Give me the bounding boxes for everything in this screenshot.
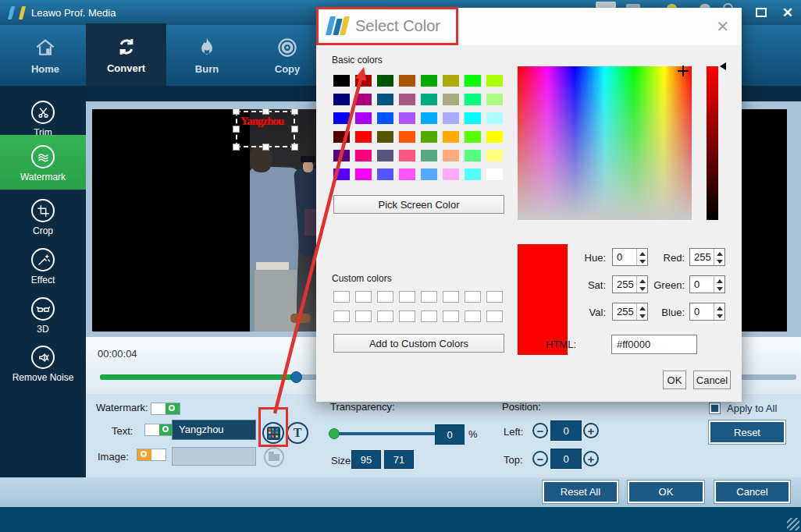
tab-convert[interactable]: Convert	[86, 23, 166, 86]
basic-color-swatch[interactable]	[355, 94, 372, 105]
red-spinbox[interactable]: 255	[689, 248, 725, 266]
watermark-toggle[interactable]	[151, 403, 180, 415]
resize-handle[interactable]	[291, 144, 298, 151]
basic-color-swatch[interactable]	[421, 150, 437, 161]
top-decrement-icon[interactable]: −	[532, 451, 548, 466]
tab-copy[interactable]: Copy	[248, 25, 326, 86]
custom-color-swatch[interactable]	[421, 291, 437, 303]
resize-grip[interactable]	[787, 518, 799, 530]
left-decrement-icon[interactable]: −	[532, 423, 548, 438]
browse-image-button[interactable]	[264, 447, 284, 467]
custom-color-swatch[interactable]	[377, 291, 393, 303]
basic-color-swatch[interactable]	[486, 94, 503, 105]
basic-color-swatch[interactable]	[399, 94, 415, 105]
text-toggle[interactable]	[144, 424, 174, 436]
reset-all-button[interactable]: Reset All	[543, 481, 618, 503]
basic-color-swatch[interactable]	[486, 168, 503, 180]
reset-button[interactable]: Reset	[709, 420, 785, 444]
custom-color-swatch[interactable]	[333, 310, 350, 322]
watermark-selection-box[interactable]: Yangzhou	[236, 111, 295, 147]
image-toggle[interactable]	[137, 449, 166, 461]
basic-color-swatch[interactable]	[333, 150, 350, 161]
dialog-cancel-button[interactable]: Cancel	[693, 371, 731, 389]
resize-handle[interactable]	[233, 109, 240, 115]
custom-color-swatch[interactable]	[443, 291, 459, 303]
text-font-button[interactable]: T	[287, 422, 308, 444]
resize-handle[interactable]	[262, 109, 269, 115]
dialog-close-icon[interactable]: ✕	[716, 17, 729, 36]
maximize-button-icon[interactable]	[756, 8, 767, 17]
watermark-text-input[interactable]: Yangzhou	[172, 420, 256, 440]
sidebar-item-crop[interactable]: Crop	[0, 193, 86, 237]
basic-color-swatch[interactable]	[421, 112, 437, 124]
green-spinbox[interactable]: 0	[689, 275, 725, 293]
tab-home[interactable]: Home	[6, 25, 84, 86]
basic-color-swatch[interactable]	[486, 150, 503, 161]
html-color-input[interactable]: #ff0000	[611, 335, 697, 354]
transparency-slider-knob[interactable]	[329, 428, 340, 439]
basic-color-swatch[interactable]	[421, 168, 437, 180]
basic-color-swatch[interactable]	[333, 131, 350, 143]
seek-bar-handle[interactable]	[290, 371, 302, 383]
basic-color-swatch[interactable]	[355, 75, 372, 87]
basic-color-swatch[interactable]	[486, 75, 503, 87]
basic-color-swatch[interactable]	[443, 131, 459, 143]
basic-color-swatch[interactable]	[355, 112, 372, 124]
basic-color-swatch[interactable]	[399, 131, 415, 143]
basic-color-swatch[interactable]	[333, 112, 350, 124]
sidebar-item-3d[interactable]: 3D	[0, 292, 86, 335]
basic-color-swatch[interactable]	[421, 131, 437, 143]
apply-to-all-checkbox[interactable]	[709, 403, 721, 414]
value-slider[interactable]	[707, 66, 718, 220]
hue-saturation-picker[interactable]	[518, 66, 692, 220]
custom-color-swatch[interactable]	[355, 291, 372, 303]
dialog-ok-button[interactable]: OK	[663, 371, 686, 389]
resize-handle[interactable]	[233, 126, 240, 133]
watermark-overlay-text[interactable]: Yangzhou	[240, 115, 283, 128]
basic-color-swatch[interactable]	[355, 150, 372, 161]
custom-color-swatch[interactable]	[399, 291, 415, 303]
basic-color-swatch[interactable]	[421, 75, 437, 87]
custom-color-swatch[interactable]	[355, 310, 372, 322]
custom-color-swatch[interactable]	[333, 291, 350, 303]
basic-color-swatch[interactable]	[399, 112, 415, 124]
basic-color-swatch[interactable]	[333, 75, 350, 87]
basic-color-swatch[interactable]	[421, 94, 437, 105]
close-button-icon[interactable]: ✕	[782, 6, 793, 20]
basic-color-swatch[interactable]	[399, 75, 415, 87]
custom-color-swatch[interactable]	[465, 310, 481, 322]
size-width-value[interactable]: 95	[351, 450, 381, 469]
sidebar-item-effect[interactable]: Effect	[0, 243, 86, 286]
basic-color-swatch[interactable]	[465, 131, 481, 143]
basic-color-swatch[interactable]	[465, 168, 481, 180]
resize-handle[interactable]	[291, 126, 298, 133]
sidebar-item-remove-noise[interactable]: Remove Noise	[0, 340, 86, 387]
tab-burn[interactable]: Burn	[168, 25, 246, 86]
spin-arrows-icon[interactable]	[714, 249, 724, 265]
basic-color-swatch[interactable]	[443, 150, 459, 161]
basic-color-swatch[interactable]	[465, 150, 481, 161]
resize-handle[interactable]	[262, 144, 269, 151]
basic-color-swatch[interactable]	[443, 75, 459, 87]
blue-spinbox[interactable]: 0	[689, 303, 725, 321]
basic-color-swatch[interactable]	[355, 131, 372, 143]
basic-color-swatch[interactable]	[377, 131, 393, 143]
basic-color-swatch[interactable]	[465, 75, 481, 87]
basic-color-swatch[interactable]	[333, 168, 350, 180]
spin-arrows-icon[interactable]	[714, 303, 724, 320]
custom-color-swatch[interactable]	[465, 291, 481, 303]
size-height-value[interactable]: 71	[384, 450, 414, 469]
custom-color-swatch[interactable]	[399, 310, 415, 322]
resize-handle[interactable]	[233, 144, 240, 151]
basic-color-swatch[interactable]	[399, 150, 415, 161]
basic-color-swatch[interactable]	[486, 131, 503, 143]
value-slider-arrow-icon[interactable]	[720, 62, 726, 70]
sidebar-item-trim[interactable]: Trim	[0, 95, 86, 139]
watermark-image-input[interactable]	[172, 447, 256, 466]
resize-handle[interactable]	[291, 109, 298, 115]
pick-screen-color-button[interactable]: Pick Screen Color	[333, 195, 504, 214]
basic-color-swatch[interactable]	[333, 94, 350, 105]
ok-button[interactable]: OK	[628, 481, 704, 503]
basic-color-swatch[interactable]	[377, 94, 393, 105]
basic-color-swatch[interactable]	[399, 168, 415, 180]
